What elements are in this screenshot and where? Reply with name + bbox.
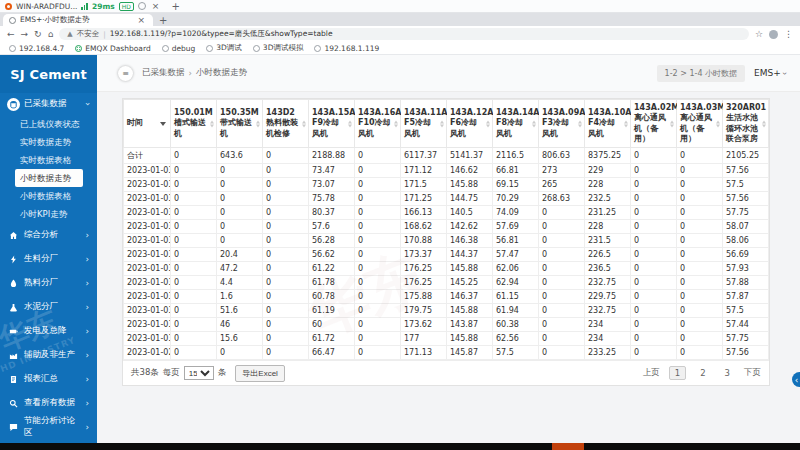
sidebar-item[interactable]: 熟料分厂› [0,271,97,295]
bookmark-item[interactable]: debug [162,44,196,53]
back-icon[interactable]: ← [7,29,15,39]
value-cell: 0 [631,206,677,220]
sidebar-item[interactable]: 水泥分厂› [0,295,97,319]
page-size-select[interactable]: 15 [184,366,214,380]
sidebar-item[interactable]: 生料分厂› [0,247,97,271]
remote-close-icon[interactable]: × [150,2,162,11]
value-cell: 0 [263,262,309,276]
taskbar-active-app-indicator[interactable] [552,443,584,450]
sort-down-icon [624,124,628,127]
value-cell: 143.87 [447,318,493,332]
browser-new-tab-button[interactable]: + [153,15,173,26]
report-icon [8,374,19,384]
url-input[interactable]: ▲ 不安全 | 192.168.1.119/?p=1020&typee=磨头低压… [59,28,749,40]
prev-page-button[interactable]: 上页 [643,367,660,379]
data-range-badge[interactable]: 1-2 > 1-4 小时数据 [657,65,745,82]
table-footer: 共38条 每页 15 条 导出Excel 上页123下页 [123,360,769,385]
value-cell: 236.5 [585,262,631,276]
page-button[interactable]: 3 [720,367,735,379]
value-cell: 145.88 [447,332,493,346]
sidebar-item-collected-data[interactable]: 已采集数据 › [0,93,97,115]
value-cell: 0 [355,148,401,164]
sort-up-icon [486,120,490,123]
sidebar-item[interactable]: 查看所有数据› [0,391,97,415]
column-header[interactable]: 143A.12AR F6冷却风机 [447,100,493,148]
column-header[interactable]: 143A.02M 离心通风机（备用） [631,100,677,148]
sidebar-item[interactable]: 节能分析讨论区› [0,415,97,439]
sidebar-subitem[interactable]: 小时KPI走势 [0,205,97,223]
sidebar-subitem[interactable]: 已上线仪表状态 [0,115,97,133]
sidebar-item[interactable]: 综合分析› [0,223,97,247]
remote-new-tab-button[interactable]: + [165,1,185,12]
value-cell: 70.29 [493,192,539,206]
sidebar-subitem[interactable]: 实时数据表格 [0,151,97,169]
value-cell: 20.4 [217,248,263,262]
value-cell: 0 [171,148,217,164]
column-header[interactable]: 150.01M 槽式输送机 [171,100,217,148]
value-cell: 0 [677,178,723,192]
taskbar[interactable] [0,443,800,450]
column-header[interactable]: 150.35M 带式输送机 [217,100,263,148]
sidebar-collapse-button[interactable]: ≡ [118,66,133,81]
sidebar-item[interactable]: 辅助及非生产› [0,343,97,367]
tab-title: EMS+·小时数据走势 [20,15,131,25]
breadcrumb-parent[interactable]: 已采集数据 [142,67,185,79]
value-cell: 47.2 [217,262,263,276]
ems-dropdown[interactable]: EMS+ › [754,68,786,78]
column-header[interactable]: 143A.03M 离心通风机（备用） [677,100,723,148]
column-header[interactable]: 143A.10AR F4冷却风机 [585,100,631,148]
bookmark-item[interactable]: 3D调试 [206,43,242,53]
value-cell: 145.25 [447,276,493,290]
column-header[interactable]: 143D2 熟料散装机检修 [263,100,309,148]
column-header[interactable]: 320AR01 生活水池循环水池联合泵房 [723,100,769,148]
value-cell: 0 [355,192,401,206]
sidebar-subitem[interactable]: 实时数据走势 [0,133,97,151]
sort-up-icon [716,120,720,123]
bookmark-item[interactable]: 192.168.4.7 [9,44,64,53]
time-cell: 2023-01-02 23 [124,346,171,360]
sidebar-item[interactable]: 报表汇总› [0,367,97,391]
column-header-time[interactable]: 时间 [124,100,171,148]
bookmark-item[interactable]: EMQX Dashboard [75,44,150,53]
latency-value: 29ms [92,2,115,11]
unit-label: 条 [218,367,227,379]
bookmark-star-icon[interactable]: ☆ [755,29,763,39]
column-header[interactable]: 143A.15AR F9冷却风机 [309,100,355,148]
sort-icons [578,120,582,127]
browser-tab[interactable]: EMS+·小时数据走势 × [3,14,153,26]
home-icon[interactable]: ⌂ [48,29,54,39]
value-cell: 0 [263,220,309,234]
sort-down-icon [394,124,398,127]
pagination: 上页123下页 [643,366,761,380]
page-button[interactable]: 1 [669,366,686,380]
column-header[interactable]: 143A.14AR F8冷却风机 [493,100,539,148]
panel-expand-button[interactable]: ‹ [792,372,800,387]
bookmark-item[interactable]: 3D调试模拟 [253,43,304,53]
next-page-button[interactable]: 下页 [744,367,761,379]
browser-menu-icon[interactable]: ⋮ [784,29,793,39]
forward-icon[interactable]: → [21,29,29,39]
column-header[interactable]: 143A.11AR F5冷却风机 [401,100,447,148]
value-cell: 231.25 [585,206,631,220]
value-cell: 0 [631,148,677,164]
sidebar-subitem[interactable]: 小时数据表格 [0,187,97,205]
bookmark-item[interactable]: 192.168.1.119 [314,44,379,53]
export-excel-button[interactable]: 导出Excel [235,365,285,382]
profile-avatar[interactable] [769,30,778,39]
value-cell: 57.5 [723,178,769,192]
sort-up-icon [256,120,260,123]
globe-icon [9,45,16,52]
value-cell: 234 [585,318,631,332]
reload-icon[interactable]: ↻ [34,29,42,39]
column-header[interactable]: 143A.09AR F3冷却风机 [539,100,585,148]
sidebar-item[interactable]: 发电及总降› [0,319,97,343]
factory-icon [8,350,19,360]
value-cell: 0 [217,178,263,192]
chevron-down-icon: › [83,102,93,106]
sidebar-subitem[interactable]: 小时数据走势 [15,169,83,187]
page-button[interactable]: 2 [695,367,710,379]
column-header[interactable]: 143A.16AR F10冷却风机 [355,100,401,148]
tab-close-icon[interactable]: × [135,16,147,25]
value-cell: 0 [631,332,677,346]
value-cell: 8375.25 [585,148,631,164]
